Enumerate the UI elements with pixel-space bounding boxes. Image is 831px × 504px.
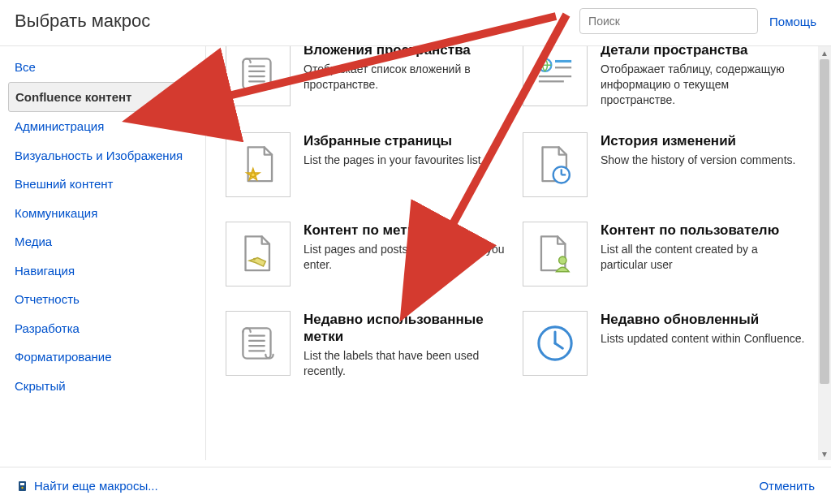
macro-text: Контент по меткеList pages and posts wit… bbox=[304, 222, 515, 286]
macro-title: История изменений bbox=[601, 132, 807, 149]
macro-item[interactable]: Недавно обновленныйLists updated content… bbox=[523, 311, 812, 379]
macro-item[interactable]: Избранные страницыList the pages in your… bbox=[226, 132, 515, 197]
macro-text: Недавно использованные меткиList the lab… bbox=[304, 311, 515, 379]
find-more-label: Найти еще макросы... bbox=[34, 479, 158, 493]
dialog-title: Выбрать макрос bbox=[15, 11, 579, 32]
macro-description: List pages and posts with the labels you… bbox=[304, 242, 510, 273]
dialog-footer: Найти еще макросы... Отменить bbox=[0, 467, 831, 504]
macro-list-pane: Вложения пространстваОтображает список в… bbox=[206, 46, 831, 460]
sidebar-item[interactable]: Confluence контент bbox=[8, 82, 197, 113]
svg-line-20 bbox=[555, 343, 562, 348]
scroll-down-button[interactable]: ▼ bbox=[818, 447, 831, 460]
macro-text: История измененийShow the history of ver… bbox=[601, 132, 812, 197]
macro-item[interactable]: Контент по меткеList pages and posts wit… bbox=[226, 222, 515, 286]
sidebar-item[interactable]: Медиа bbox=[8, 227, 197, 256]
help-link[interactable]: Помощь bbox=[769, 15, 816, 28]
svg-point-13 bbox=[559, 256, 566, 264]
sidebar-item[interactable]: Отчетность bbox=[8, 285, 197, 314]
macro-title: Избранные страницы bbox=[304, 132, 510, 149]
sidebar-item[interactable]: Скрытый bbox=[8, 372, 197, 401]
plugin-icon bbox=[16, 480, 29, 493]
macro-text: Недавно обновленныйLists updated content… bbox=[601, 311, 812, 379]
macro-text: Детали пространстваОтображает таблицу, с… bbox=[601, 46, 812, 108]
cancel-button[interactable]: Отменить bbox=[759, 479, 815, 493]
macro-title: Недавно использованные метки bbox=[304, 311, 510, 346]
svg-point-23 bbox=[21, 486, 23, 488]
macro-title: Детали пространства bbox=[601, 46, 807, 58]
sidebar-item[interactable]: Администрация bbox=[8, 112, 197, 141]
macro-description: Отображает список вложений в пространств… bbox=[304, 62, 510, 93]
sidebar-item[interactable]: Все bbox=[8, 53, 197, 82]
sidebar-item[interactable]: Разработка bbox=[8, 314, 197, 343]
svg-rect-22 bbox=[20, 483, 24, 485]
macro-title: Недавно обновленный bbox=[601, 311, 807, 328]
svg-rect-21 bbox=[19, 481, 26, 491]
scroll-icon bbox=[226, 46, 291, 106]
macro-item[interactable]: Недавно использованные меткиList the lab… bbox=[226, 311, 515, 379]
macro-item[interactable]: История измененийShow the history of ver… bbox=[523, 132, 812, 197]
macro-item[interactable]: Вложения пространстваОтображает список в… bbox=[226, 46, 515, 108]
sidebar-item[interactable]: Форматирование bbox=[8, 342, 197, 372]
scrollbar[interactable]: ▲ ▼ bbox=[818, 46, 831, 460]
svg-point-12 bbox=[253, 258, 256, 261]
sidebar-item[interactable]: Визуальность и Изображения bbox=[8, 141, 197, 170]
category-sidebar: ВсеConfluence контентАдминистрацияВизуал… bbox=[0, 46, 206, 460]
macro-title: Контент по пользователю bbox=[601, 222, 807, 239]
macro-description: List the pages in your favourites list. bbox=[304, 153, 510, 168]
space-details-icon bbox=[523, 46, 588, 106]
find-more-macros-link[interactable]: Найти еще макросы... bbox=[16, 479, 158, 493]
macro-text: Вложения пространстваОтображает список в… bbox=[304, 46, 515, 108]
macro-text: Избранные страницыList the pages in your… bbox=[304, 132, 515, 197]
dialog-header: Выбрать макрос Помощь bbox=[0, 0, 831, 46]
macro-description: List the labels that have been used rece… bbox=[304, 348, 510, 379]
macro-item[interactable]: Контент по пользователюList all the cont… bbox=[523, 222, 812, 286]
page-tag-icon bbox=[226, 222, 291, 286]
macro-description: Lists updated content within Confluence. bbox=[601, 331, 807, 347]
sidebar-item[interactable]: Внешний контент bbox=[8, 170, 197, 199]
scrollbar-thumb[interactable] bbox=[820, 59, 829, 384]
clock-icon bbox=[523, 311, 588, 376]
macro-description: List all the content created by a partic… bbox=[601, 242, 807, 273]
scroll-icon bbox=[226, 311, 291, 376]
macro-title: Вложения пространства bbox=[304, 46, 510, 58]
page-user-icon bbox=[523, 222, 588, 286]
sidebar-item[interactable]: Коммуникация bbox=[8, 199, 197, 228]
macro-title: Контент по метке bbox=[304, 222, 510, 239]
search-input[interactable] bbox=[579, 8, 758, 34]
sidebar-item[interactable]: Навигация bbox=[8, 256, 197, 286]
page-clock-icon bbox=[523, 132, 588, 197]
page-star-icon bbox=[226, 132, 291, 197]
macro-description: Show the history of version comments. bbox=[601, 153, 807, 168]
macro-text: Контент по пользователюList all the cont… bbox=[601, 222, 812, 286]
macro-description: Отображает таблицу, содержащую информаци… bbox=[601, 62, 807, 108]
macro-item[interactable]: Детали пространстваОтображает таблицу, с… bbox=[523, 46, 812, 108]
scroll-up-button[interactable]: ▲ bbox=[818, 46, 831, 59]
dialog-body: ВсеConfluence контентАдминистрацияВизуал… bbox=[0, 46, 831, 460]
